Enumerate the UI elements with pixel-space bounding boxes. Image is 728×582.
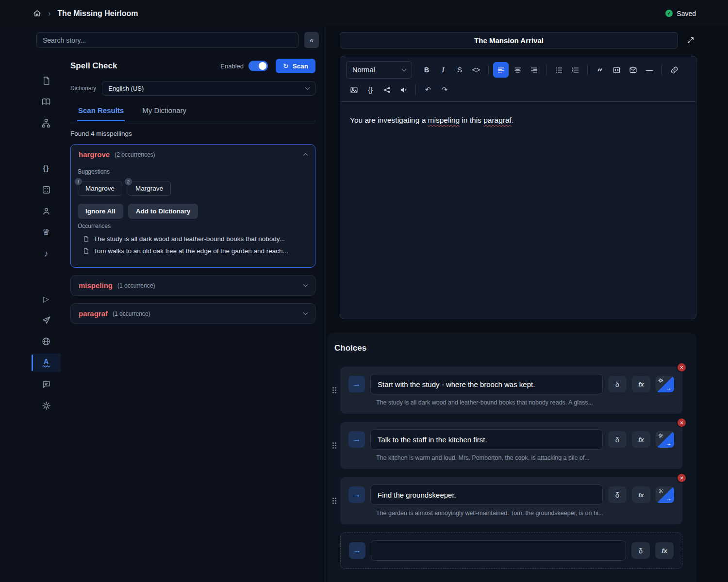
rail-item-book[interactable] — [32, 93, 61, 111]
delete-choice-button[interactable]: × — [677, 473, 687, 483]
drag-handle-icon[interactable] — [332, 498, 334, 499]
spellcheck-toggle[interactable] — [248, 61, 268, 71]
variables-button[interactable]: {} — [363, 82, 378, 97]
rail-item-characters[interactable] — [32, 202, 61, 220]
goto-passage-button[interactable]: → — [348, 486, 365, 503]
branch-button[interactable] — [379, 82, 395, 97]
misspelled-word-inline[interactable]: mispeling — [428, 116, 460, 124]
drag-handle-icon[interactable] — [332, 387, 334, 388]
align-left-button[interactable] — [493, 62, 509, 78]
rail-item-dice[interactable] — [32, 180, 61, 199]
saved-check-icon: ✓ — [665, 10, 673, 17]
image-button[interactable] — [346, 82, 362, 97]
misspelling-card-header[interactable]: hargrove (2 occurrences) — [71, 145, 315, 164]
strikethrough-button[interactable]: S — [452, 62, 467, 78]
condition-button[interactable]: δ — [608, 376, 627, 392]
rail-item-variables[interactable]: {} — [32, 159, 61, 178]
misspelling-card-header[interactable]: paragraf (1 occurrence) — [71, 304, 315, 323]
rail-item-world[interactable] — [32, 332, 61, 351]
advanced-goto-button[interactable]: → — [656, 376, 674, 392]
choice-text-input[interactable] — [370, 485, 603, 505]
rail-item-publish[interactable] — [32, 311, 61, 329]
new-choice-placeholder[interactable]: → δ fx — [340, 533, 682, 569]
passage-title-input[interactable] — [340, 32, 678, 48]
home-icon[interactable] — [33, 9, 41, 17]
chevron-up-icon — [303, 153, 308, 158]
misspelled-word-inline[interactable]: paragraf — [483, 116, 512, 124]
condition-button[interactable]: δ — [631, 542, 650, 559]
rail-item-achievements[interactable]: ♛ — [32, 223, 61, 242]
numbered-list-button[interactable]: 123 — [567, 62, 583, 78]
choice-preview: The garden is almost annoyingly well-mai… — [376, 510, 674, 517]
arrow-right-icon: → — [353, 435, 361, 444]
crown-icon: ♛ — [42, 227, 50, 238]
saved-status: Saved — [677, 10, 696, 17]
rail-item-preview[interactable]: ▷ — [32, 290, 61, 308]
audio-button[interactable] — [396, 82, 411, 97]
align-center-button[interactable] — [510, 62, 525, 78]
suggestion-key-badge: 1 — [75, 178, 82, 185]
delete-choice-button[interactable]: × — [677, 418, 687, 428]
misspelling-card: mispeling (1 occurrence) — [70, 275, 315, 296]
dictionary-select[interactable]: English (US) — [102, 81, 315, 96]
rail-item-comments[interactable] — [32, 375, 61, 393]
blockquote-button[interactable]: “ — [592, 62, 608, 78]
redo-button[interactable]: ↷ — [437, 82, 452, 97]
choice-text-input[interactable] — [370, 374, 603, 394]
toggle-knob — [259, 62, 266, 70]
drag-handle-icon[interactable] — [332, 442, 334, 444]
inline-code-button[interactable]: <> — [468, 62, 484, 78]
align-right-button[interactable] — [526, 62, 542, 78]
choice-text-input[interactable] — [370, 429, 603, 450]
occurrence-item[interactable]: The study is all dark wood and leather-b… — [83, 235, 308, 242]
format-select[interactable]: Normal — [346, 61, 412, 79]
effects-button[interactable]: fx — [632, 486, 650, 503]
occurrence-item[interactable]: Tom walks to an old oak tree at the edge… — [83, 247, 308, 255]
goto-passage-button[interactable]: → — [348, 376, 365, 392]
delete-choice-button[interactable]: × — [677, 362, 687, 372]
document-icon — [83, 248, 89, 254]
redo-icon: ↷ — [442, 86, 447, 94]
effects-button[interactable]: fx — [632, 431, 650, 448]
condition-button[interactable]: δ — [608, 431, 627, 448]
editor-content[interactable]: You are investigating a mispeling in thi… — [340, 102, 696, 138]
bullet-list-button[interactable] — [551, 62, 566, 78]
tab-my-dictionary[interactable]: My Dictionary — [141, 102, 187, 121]
effects-button[interactable]: fx — [655, 542, 674, 559]
choice-preview: The study is all dark wood and leather-b… — [376, 399, 674, 406]
scan-button[interactable]: ↻Scan — [276, 59, 315, 73]
undo-button[interactable]: ↶ — [420, 82, 436, 97]
rail-item-story-map[interactable] — [32, 114, 61, 132]
horizontal-rule-button[interactable]: — — [642, 62, 657, 78]
goto-passage-button[interactable]: → — [349, 542, 365, 559]
dictionary-label: Dictionary — [70, 85, 96, 92]
expand-button[interactable] — [685, 34, 696, 46]
fx-icon: fx — [638, 381, 644, 388]
effects-button[interactable]: fx — [632, 376, 650, 392]
italic-button[interactable]: I — [435, 62, 451, 78]
suggestion-button[interactable]: 1Mangrove — [78, 181, 122, 196]
goto-passage-button[interactable]: → — [348, 431, 365, 448]
rail-item-audio[interactable]: ♪ — [32, 244, 61, 263]
code-block-button[interactable] — [609, 62, 624, 78]
add-to-dictionary-button[interactable]: Add to Dictionary — [128, 204, 199, 219]
collapse-sidebar-button[interactable]: « — [304, 32, 319, 48]
rocket-icon — [42, 316, 51, 325]
search-input[interactable] — [36, 32, 298, 48]
rail-item-spellcheck[interactable]: A — [32, 354, 61, 372]
condition-button[interactable]: δ — [608, 486, 627, 503]
misspelling-card-header[interactable]: mispeling (1 occurrence) — [71, 275, 315, 295]
letter-button[interactable] — [625, 62, 641, 78]
tab-scan-results[interactable]: Scan Results — [77, 102, 125, 121]
advanced-goto-button[interactable]: → — [656, 431, 674, 448]
link-button[interactable] — [666, 62, 682, 78]
rail-item-settings[interactable] — [32, 396, 61, 415]
ignore-all-button[interactable]: Ignore All — [78, 204, 123, 219]
choice-text-input[interactable] — [371, 540, 626, 561]
spellcheck-icon: A — [42, 358, 50, 368]
suggestion-button[interactable]: 2Margrave — [128, 181, 171, 196]
advanced-goto-button[interactable]: → — [656, 486, 674, 503]
rail-item-passages[interactable] — [32, 71, 61, 90]
delta-icon: δ — [615, 436, 619, 444]
bold-button[interactable]: B — [419, 62, 434, 78]
